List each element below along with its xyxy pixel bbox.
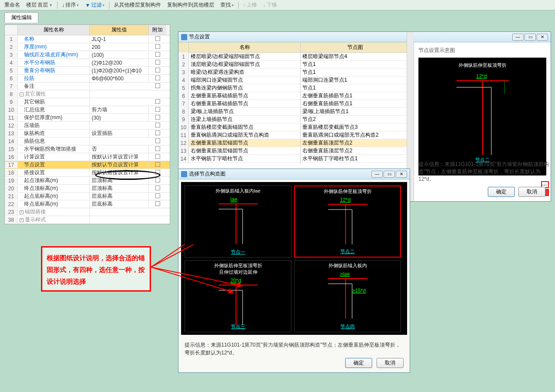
main-toolbar: 重命名 楼层 首层 ▼ ↓ 排序 ▾ ▼过滤 ▾ 从其他楼层复制构件 复制构件到… <box>0 0 555 10</box>
tab-prop-edit[interactable]: 属性编辑 <box>4 12 38 23</box>
svg-text:≥lae: ≥lae <box>340 271 350 277</box>
prop-row[interactable]: 38+显示样式 <box>5 216 170 224</box>
minimize-button[interactable]: — <box>371 171 383 178</box>
svg-text:lae: lae <box>230 196 237 203</box>
svg-text:≥15*d: ≥15*d <box>352 288 366 294</box>
svg-text:12*d: 12*d <box>340 197 351 203</box>
cancel-button[interactable]: 取消 <box>377 358 404 368</box>
prop-row[interactable]: 23+锚固搭接 <box>5 208 170 216</box>
prop-row[interactable]: 8-其它属性 <box>5 90 170 98</box>
prop-row[interactable]: 18搭接设置按默认搭接设置计算 <box>5 169 170 177</box>
prop-row[interactable]: 12压墙筋 <box>5 122 170 130</box>
sel-hint: 提示信息：来源11G101-1第70页"剪力墙竖向钢筋顶部构造"节点；左侧垂直筋… <box>178 337 410 360</box>
col-name: 名称 <box>189 42 301 52</box>
prop-row[interactable]: 14插筋信息 <box>5 138 170 145</box>
select-node-dialog: 选择节点构造图 — ▭ ✕ 外侧纵筋锚入板内lae lae 节点一外侧纵筋伸至板… <box>178 168 410 373</box>
option-link[interactable]: 节点一 <box>231 249 245 255</box>
svg-text:12*d: 12*d <box>476 73 487 79</box>
node-option[interactable]: 外侧纵筋锚入板内lae lae 节点一 <box>185 186 291 258</box>
prop-row[interactable]: 15水平钢筋拐角增加搭接否 <box>5 145 170 153</box>
maximize-button[interactable]: ▭ <box>524 34 536 41</box>
col-prop-value: 属性值 <box>90 25 149 35</box>
col-img: 节点图 <box>301 42 410 52</box>
ok-button[interactable]: 确定 <box>345 358 372 368</box>
prop-row[interactable]: 2厚度(mm)200 <box>5 43 170 51</box>
node-row[interactable]: 14水平钢筋丁字暗柱节点水平钢筋丁字暗柱节点1 <box>178 155 414 163</box>
dialog-icon <box>181 171 187 177</box>
prop-row[interactable]: 11保护层厚度(mm)(30) <box>5 114 170 122</box>
node-option[interactable]: 外侧纵筋伸至板顶弯折 12*d 节点二 <box>294 186 401 258</box>
tb-up[interactable]: ↑上移 <box>240 0 260 10</box>
tb-copy-from[interactable]: 从其他楼层复制构件 <box>111 0 164 10</box>
option-link[interactable]: 节点二 <box>340 248 355 255</box>
tb-filter[interactable]: ▼过滤 ▾ <box>82 0 107 10</box>
prop-row[interactable]: 3轴线距左墙皮距离(mm)(100) <box>5 51 170 59</box>
prop-row[interactable]: 16计算设置按默认计算设置计算 <box>5 153 170 161</box>
cancel-button[interactable]: 取消 <box>518 187 545 197</box>
annotation-callout: 根据图纸设计说明，选择合适的锚固形式，有四种，选任意一种，按设计说明选择 <box>41 246 151 292</box>
tb-find[interactable]: 查找 ▾ <box>218 0 236 10</box>
prop-row[interactable]: 22终点底标高(m)层底标高 <box>5 200 170 208</box>
tb-rename[interactable]: 重命名 <box>2 0 23 10</box>
prop-row[interactable]: 6拉筋Φ6@600*600 <box>5 75 170 83</box>
tb-floor[interactable]: 楼层 首层 ▼ <box>24 0 55 10</box>
prop-row[interactable]: 21起点底标高(m)层底标高 <box>5 193 170 200</box>
col-prop-name: 属性名称 <box>18 25 90 35</box>
prop-row[interactable]: 1名称JLQ-1 <box>5 35 170 43</box>
preview-title: 节点设置示意图 <box>417 45 548 56</box>
svg-text:20*d: 20*d <box>230 278 241 284</box>
preview-canvas: 外侧纵筋伸至板顶弯折 12*d 节点二 <box>418 58 546 175</box>
prop-row[interactable]: 9其它钢筋 <box>5 98 170 106</box>
tab-bar: 属性编辑 <box>4 12 555 23</box>
prop-row[interactable]: 5垂直分布钢筋(1)Φ20@200+(1)Φ10 <box>5 67 170 75</box>
dialog-icon <box>181 34 187 40</box>
option-link[interactable]: 节点四 <box>340 323 355 330</box>
col-prop-extra: 附加 <box>149 25 166 35</box>
prop-row[interactable]: 13纵筋构造设置插筋 <box>5 130 170 138</box>
close-button[interactable]: ✕ <box>396 171 407 178</box>
maximize-button[interactable]: ▭ <box>384 171 395 178</box>
prop-row[interactable]: 17节点设置按默认节点设置计算 <box>5 161 170 169</box>
prop-row[interactable]: 20终点顶标高(m)层顶标高 <box>5 185 170 193</box>
tb-copy-to[interactable]: 复制构件到其他楼层 <box>164 0 217 10</box>
option-link[interactable]: 节点三 <box>231 323 245 330</box>
node-option[interactable]: 外侧纵筋伸至板顶弯折且伸过墙对边延伸 20*d 节点三 <box>185 260 291 332</box>
prop-row[interactable]: 19起点顶标高(m)层顶标高 <box>5 177 170 185</box>
prop-row[interactable]: 4水平分布钢筋(2)Φ12@200 <box>5 59 170 67</box>
ok-button[interactable]: 确定 <box>488 187 515 197</box>
dialog-title: 选择节点构造图 <box>189 170 226 178</box>
preview-hint: 提示信息：来源11G101-1第70页"剪力墙竖向钢筋顶部构造"节点；左侧垂直筋… <box>418 161 551 183</box>
tb-down[interactable]: ↓下移 <box>260 0 280 10</box>
prop-row[interactable]: 7备注 <box>5 83 170 90</box>
tb-sort[interactable]: ↓ 排序 ▾ <box>59 0 82 10</box>
minimize-button[interactable]: — <box>512 34 524 41</box>
close-button[interactable]: ✕ <box>537 34 548 41</box>
properties-panel: 属性名称 属性值 附加 1名称JLQ-12厚度(mm)2003轴线距左墙皮距离(… <box>4 24 170 224</box>
node-option[interactable]: 外侧纵筋锚入板内 ≥lae ≥15*d 节点四 <box>294 260 401 332</box>
dialog-title: 节点设置 <box>189 33 210 41</box>
prop-row[interactable]: 10汇总信息剪力墙 <box>5 106 170 114</box>
